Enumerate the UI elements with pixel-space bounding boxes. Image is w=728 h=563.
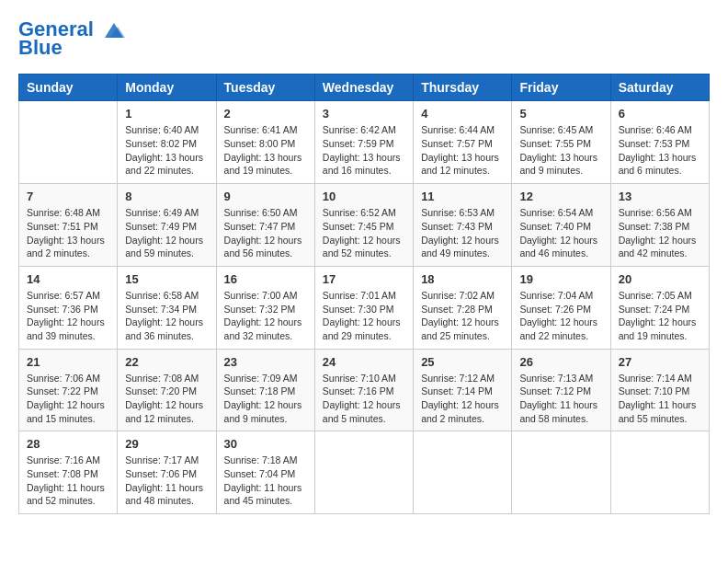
day-info: Sunrise: 7:10 AMSunset: 7:16 PMDaylight:…: [323, 372, 405, 426]
day-info: Sunrise: 7:01 AMSunset: 7:30 PMDaylight:…: [323, 289, 405, 343]
header-monday: Monday: [118, 75, 216, 101]
day-info: Sunrise: 7:18 AMSunset: 7:04 PMDaylight:…: [224, 454, 307, 508]
day-info: Sunrise: 6:49 AMSunset: 7:49 PMDaylight:…: [125, 206, 208, 260]
calendar-cell: 24Sunrise: 7:10 AMSunset: 7:16 PMDayligh…: [314, 349, 413, 431]
day-info: Sunrise: 7:02 AMSunset: 7:28 PMDaylight:…: [421, 289, 504, 343]
calendar-cell: [414, 431, 512, 514]
header-friday: Friday: [512, 75, 610, 101]
day-info: Sunrise: 6:45 AMSunset: 7:55 PMDaylight:…: [519, 123, 602, 178]
calendar-cell: 14Sunrise: 6:57 AMSunset: 7:36 PMDayligh…: [19, 266, 118, 349]
day-number: 24: [323, 355, 405, 369]
day-number: 16: [224, 272, 307, 286]
day-info: Sunrise: 7:00 AMSunset: 7:32 PMDaylight:…: [224, 289, 307, 343]
calendar-cell: 30Sunrise: 7:18 AMSunset: 7:04 PMDayligh…: [216, 431, 314, 514]
day-number: 20: [619, 272, 701, 286]
day-info: Sunrise: 7:09 AMSunset: 7:18 PMDaylight:…: [224, 372, 307, 426]
calendar-cell: [19, 101, 118, 184]
day-number: 13: [619, 190, 701, 203]
header-thursday: Thursday: [414, 75, 512, 101]
day-number: 10: [323, 190, 405, 203]
calendar-cell: 5Sunrise: 6:45 AMSunset: 7:55 PMDaylight…: [512, 101, 610, 184]
day-number: 15: [125, 272, 208, 286]
calendar-cell: 4Sunrise: 6:44 AMSunset: 7:57 PMDaylight…: [414, 101, 512, 184]
day-number: 7: [27, 190, 109, 203]
calendar-cell: [314, 431, 413, 514]
calendar-cell: 3Sunrise: 6:42 AMSunset: 7:59 PMDaylight…: [314, 101, 413, 184]
day-number: 25: [421, 355, 504, 369]
calendar-cell: 12Sunrise: 6:54 AMSunset: 7:40 PMDayligh…: [512, 184, 610, 267]
day-info: Sunrise: 6:41 AMSunset: 8:00 PMDaylight:…: [224, 123, 307, 178]
day-number: 12: [519, 190, 602, 203]
calendar-cell: 28Sunrise: 7:16 AMSunset: 7:08 PMDayligh…: [19, 431, 118, 514]
calendar-cell: 27Sunrise: 7:14 AMSunset: 7:10 PMDayligh…: [610, 349, 709, 431]
day-info: Sunrise: 7:06 AMSunset: 7:22 PMDaylight:…: [27, 372, 109, 426]
calendar-cell: 7Sunrise: 6:48 AMSunset: 7:51 PMDaylight…: [19, 184, 118, 267]
day-info: Sunrise: 6:53 AMSunset: 7:43 PMDaylight:…: [421, 206, 504, 260]
day-info: Sunrise: 7:16 AMSunset: 7:08 PMDaylight:…: [27, 454, 109, 508]
calendar-week-2: 7Sunrise: 6:48 AMSunset: 7:51 PMDaylight…: [19, 184, 710, 267]
header-wednesday: Wednesday: [314, 75, 413, 101]
calendar-cell: 17Sunrise: 7:01 AMSunset: 7:30 PMDayligh…: [314, 266, 413, 349]
calendar-cell: 25Sunrise: 7:12 AMSunset: 7:14 PMDayligh…: [414, 349, 512, 431]
logo: General Blue: [18, 18, 129, 59]
day-number: 3: [323, 107, 405, 121]
calendar-cell: 15Sunrise: 6:58 AMSunset: 7:34 PMDayligh…: [118, 266, 216, 349]
day-info: Sunrise: 6:56 AMSunset: 7:38 PMDaylight:…: [619, 206, 701, 260]
calendar-cell: 2Sunrise: 6:41 AMSunset: 8:00 PMDaylight…: [216, 101, 314, 184]
day-info: Sunrise: 6:40 AMSunset: 8:02 PMDaylight:…: [125, 123, 208, 178]
day-info: Sunrise: 6:50 AMSunset: 7:47 PMDaylight:…: [224, 206, 307, 260]
day-number: 27: [619, 355, 701, 369]
calendar-cell: 29Sunrise: 7:17 AMSunset: 7:06 PMDayligh…: [118, 431, 216, 514]
day-number: 11: [421, 190, 504, 203]
day-info: Sunrise: 6:46 AMSunset: 7:53 PMDaylight:…: [619, 123, 701, 178]
day-info: Sunrise: 6:44 AMSunset: 7:57 PMDaylight:…: [421, 123, 504, 178]
day-info: Sunrise: 7:04 AMSunset: 7:26 PMDaylight:…: [519, 289, 602, 343]
calendar-cell: 11Sunrise: 6:53 AMSunset: 7:43 PMDayligh…: [414, 184, 512, 267]
day-number: 19: [519, 272, 602, 286]
calendar-cell: 26Sunrise: 7:13 AMSunset: 7:12 PMDayligh…: [512, 349, 610, 431]
page-header: General Blue: [18, 18, 710, 59]
day-info: Sunrise: 6:58 AMSunset: 7:34 PMDaylight:…: [125, 289, 208, 343]
day-number: 17: [323, 272, 405, 286]
header-saturday: Saturday: [610, 75, 709, 101]
day-number: 30: [224, 437, 307, 451]
day-info: Sunrise: 7:17 AMSunset: 7:06 PMDaylight:…: [125, 454, 208, 508]
day-number: 5: [519, 107, 602, 121]
day-info: Sunrise: 6:54 AMSunset: 7:40 PMDaylight:…: [519, 206, 602, 260]
calendar-cell: 1Sunrise: 6:40 AMSunset: 8:02 PMDaylight…: [118, 101, 216, 184]
day-number: 9: [224, 190, 307, 203]
calendar-week-5: 28Sunrise: 7:16 AMSunset: 7:08 PMDayligh…: [19, 431, 710, 514]
calendar-cell: 18Sunrise: 7:02 AMSunset: 7:28 PMDayligh…: [414, 266, 512, 349]
calendar-cell: [512, 431, 610, 514]
day-number: 18: [421, 272, 504, 286]
day-number: 4: [421, 107, 504, 121]
day-number: 21: [27, 355, 109, 369]
calendar-cell: 16Sunrise: 7:00 AMSunset: 7:32 PMDayligh…: [216, 266, 314, 349]
calendar-table: SundayMondayTuesdayWednesdayThursdayFrid…: [18, 74, 710, 514]
calendar-cell: 6Sunrise: 6:46 AMSunset: 7:53 PMDaylight…: [610, 101, 709, 184]
day-info: Sunrise: 6:57 AMSunset: 7:36 PMDaylight:…: [27, 289, 109, 343]
calendar-week-4: 21Sunrise: 7:06 AMSunset: 7:22 PMDayligh…: [19, 349, 710, 431]
day-info: Sunrise: 7:14 AMSunset: 7:10 PMDaylight:…: [619, 372, 701, 426]
header-tuesday: Tuesday: [216, 75, 314, 101]
day-number: 2: [224, 107, 307, 121]
calendar-cell: 8Sunrise: 6:49 AMSunset: 7:49 PMDaylight…: [118, 184, 216, 267]
day-number: 22: [125, 355, 208, 369]
day-info: Sunrise: 6:52 AMSunset: 7:45 PMDaylight:…: [323, 206, 405, 260]
day-info: Sunrise: 7:08 AMSunset: 7:20 PMDaylight:…: [125, 372, 208, 426]
calendar-cell: 9Sunrise: 6:50 AMSunset: 7:47 PMDaylight…: [216, 184, 314, 267]
calendar-week-1: 1Sunrise: 6:40 AMSunset: 8:02 PMDaylight…: [19, 101, 710, 184]
day-info: Sunrise: 7:05 AMSunset: 7:24 PMDaylight:…: [619, 289, 701, 343]
calendar-week-3: 14Sunrise: 6:57 AMSunset: 7:36 PMDayligh…: [19, 266, 710, 349]
calendar-cell: 19Sunrise: 7:04 AMSunset: 7:26 PMDayligh…: [512, 266, 610, 349]
day-number: 6: [619, 107, 701, 121]
calendar-cell: 23Sunrise: 7:09 AMSunset: 7:18 PMDayligh…: [216, 349, 314, 431]
calendar-cell: 20Sunrise: 7:05 AMSunset: 7:24 PMDayligh…: [610, 266, 709, 349]
day-info: Sunrise: 6:48 AMSunset: 7:51 PMDaylight:…: [27, 206, 109, 260]
calendar-cell: 13Sunrise: 6:56 AMSunset: 7:38 PMDayligh…: [610, 184, 709, 267]
header-sunday: Sunday: [19, 75, 118, 101]
day-info: Sunrise: 7:13 AMSunset: 7:12 PMDaylight:…: [519, 372, 602, 426]
day-number: 26: [519, 355, 602, 369]
day-number: 28: [27, 437, 109, 451]
calendar-cell: 21Sunrise: 7:06 AMSunset: 7:22 PMDayligh…: [19, 349, 118, 431]
